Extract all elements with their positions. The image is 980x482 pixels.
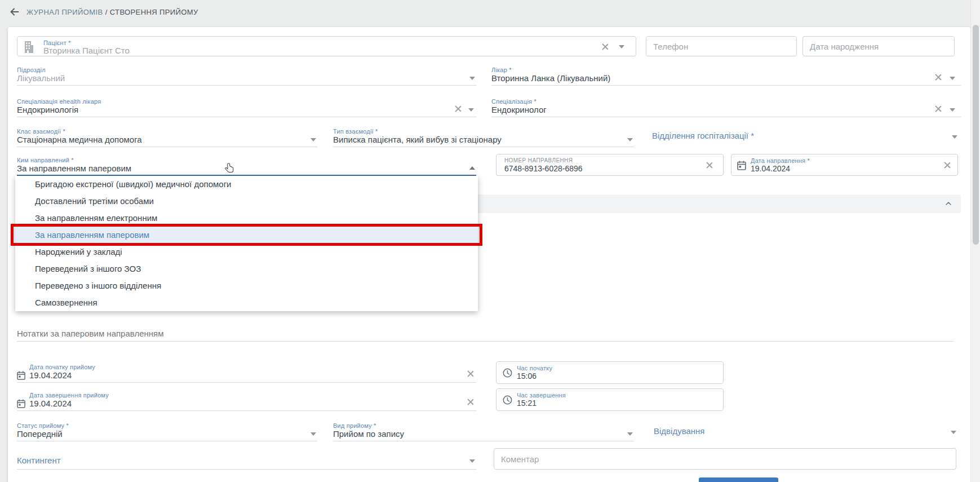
paper-referral-notes-input[interactable]	[17, 326, 954, 341]
calendar-icon	[17, 371, 25, 380]
start-date-field[interactable]: Дата початку прийому 19.04.2024	[17, 364, 476, 383]
contingent-select[interactable]: Контингент	[17, 453, 476, 470]
chevron-down-icon[interactable]	[627, 432, 633, 436]
start-date-label: Дата початку прийому	[17, 364, 476, 370]
referred-by-combobox[interactable]: Ким направлений * За направленням паперо…	[17, 157, 476, 176]
scrollbar-thumb[interactable]	[973, 25, 979, 245]
referral-date-field[interactable]: Дата направлення * 19.04.2024	[731, 154, 958, 176]
patient-select[interactable]: Пацієнт * Вторинка Пацієнт Сто	[17, 36, 636, 56]
clear-doctor-icon[interactable]	[934, 73, 942, 81]
status-value: Попередній	[17, 429, 317, 439]
calendar-icon	[17, 399, 25, 408]
interaction-type-label: Тип взаємодії *	[333, 128, 634, 135]
clear-ehealth-specialization-icon[interactable]	[454, 105, 462, 113]
calendar-icon	[737, 161, 746, 170]
chevron-down-icon[interactable]	[950, 108, 955, 112]
clear-start-date-icon[interactable]	[466, 370, 474, 378]
clear-patient-icon[interactable]	[601, 43, 609, 51]
clear-referral-date-icon[interactable]	[943, 161, 951, 169]
clock-icon	[503, 395, 512, 405]
dropdown-option[interactable]: Самозвернення	[15, 294, 478, 311]
chevron-down-icon[interactable]	[469, 77, 475, 80]
doctor-label: Лікар *	[491, 67, 961, 73]
referred-by-label: Ким направлений *	[17, 157, 476, 163]
scrollbar-track[interactable]	[970, 0, 980, 482]
comment-field[interactable]	[494, 448, 956, 470]
appointment-form-card: Пацієнт * Вторинка Пацієнт Сто Підрозділ…	[8, 27, 970, 482]
breadcrumb-parent-link[interactable]: ЖУРНАЛ ПРИЙОМІВ	[26, 8, 103, 16]
building-icon	[23, 41, 34, 53]
end-time-value: 15:21	[517, 399, 536, 408]
chevron-up-icon[interactable]	[944, 199, 953, 208]
status-label: Статус прийому *	[17, 422, 317, 429]
start-time-field[interactable]: Час початку 15:06	[496, 361, 724, 384]
clear-referral-number-icon[interactable]	[705, 161, 713, 169]
referral-number-label: НОМЕР НАПРАВЛЕННЯ	[504, 157, 573, 163]
status-select[interactable]: Статус прийому * Попередній	[17, 422, 317, 441]
chevron-up-icon[interactable]	[469, 166, 475, 170]
interaction-class-value: Стаціонарна медична допомога	[17, 135, 317, 145]
ehealth-specialization-label: Спеціалізація ehealth лікаря	[17, 98, 476, 105]
interaction-type-value: Виписка пацієнта, який вибув зі стаціона…	[333, 135, 634, 145]
department-select[interactable]: Підрозділ Лікувальний	[17, 67, 476, 86]
interaction-class-select[interactable]: Клас взаємодії * Стаціонарна медична доп…	[17, 128, 317, 147]
attendance-select[interactable]: Відвідування	[654, 426, 961, 441]
visit-type-label: Вид прийому *	[333, 422, 634, 429]
start-time-value: 15:06	[517, 372, 536, 381]
specialization-label: Спеціалізація *	[491, 98, 961, 105]
comment-input[interactable]	[494, 449, 956, 469]
doctor-value: Вторинна Ланка (Лікувальний)	[491, 73, 961, 83]
start-time-label: Час початку	[517, 365, 552, 372]
chevron-down-icon[interactable]	[951, 431, 956, 434]
end-date-field[interactable]: Дата завершення прийому 19.04.2024	[17, 392, 476, 411]
end-time-field[interactable]: Час завершення 15:21	[496, 388, 724, 411]
phone-field[interactable]	[646, 36, 797, 56]
referred-by-dropdown: Бригадою екстреної (швидкої) медичної до…	[15, 176, 478, 311]
contingent-label: Контингент	[17, 456, 61, 465]
birth-date-field[interactable]	[802, 36, 955, 56]
paper-referral-notes-field[interactable]	[17, 326, 954, 342]
dropdown-option-selected[interactable]: За направленням паперовим	[15, 227, 478, 244]
chevron-down-icon[interactable]	[311, 432, 316, 436]
referral-number-field[interactable]: НОМЕР НАПРАВЛЕННЯ 6748-8913-6028-6896	[496, 154, 724, 176]
phone-input[interactable]	[646, 37, 796, 56]
referral-date-label: Дата направлення *	[751, 157, 810, 164]
chevron-down-icon[interactable]	[311, 138, 316, 141]
chevron-down-icon[interactable]	[619, 45, 624, 48]
visit-type-select[interactable]: Вид прийому * Прийом по запису	[333, 422, 634, 441]
interaction-class-label: Клас взаємодії *	[17, 128, 317, 135]
dropdown-option[interactable]: За направленням електронним	[15, 210, 478, 227]
dropdown-option[interactable]: Народжений у закладі	[15, 244, 478, 260]
hospitalization-department-label: Відділення госпіталізації *	[652, 131, 754, 140]
dropdown-option[interactable]: Доставлений третіми особами	[15, 193, 478, 210]
breadcrumb: ЖУРНАЛ ПРИЙОМІВ / СТВОРЕННЯ ПРИЙОМУ	[26, 8, 198, 16]
clock-icon	[503, 368, 512, 378]
back-arrow-icon[interactable]	[8, 6, 21, 18]
interaction-type-select[interactable]: Тип взаємодії * Виписка пацієнта, який в…	[333, 128, 634, 147]
ehealth-specialization-value: Ендокринологія	[17, 105, 476, 115]
patient-value: Вторинка Пацієнт Сто	[43, 46, 130, 56]
dropdown-option[interactable]: Бригадою екстреної (швидкої) медичної до…	[15, 176, 478, 193]
chevron-down-icon[interactable]	[952, 135, 957, 139]
save-button-partial[interactable]	[699, 477, 778, 482]
hospitalization-department-select[interactable]: Відділення госпіталізації *	[652, 131, 961, 145]
birth-date-input[interactable]	[803, 37, 954, 56]
clear-end-date-icon[interactable]	[466, 398, 474, 406]
breadcrumb-current: СТВОРЕННЯ ПРИЙОМУ	[110, 8, 198, 16]
referral-number-value: 6748-8913-6028-6896	[504, 164, 583, 173]
chevron-down-icon[interactable]	[468, 108, 474, 112]
specialization-select[interactable]: Спеціалізація * Ендокринолог	[491, 98, 961, 117]
start-date-value: 19.04.2024	[17, 370, 476, 381]
clear-specialization-icon[interactable]	[934, 105, 942, 113]
breadcrumb-separator: /	[105, 8, 110, 16]
dropdown-option[interactable]: Переведено з іншого відділення	[15, 277, 478, 294]
chevron-down-icon[interactable]	[627, 138, 633, 141]
chevron-down-icon[interactable]	[469, 459, 475, 463]
visit-type-value: Прийом по запису	[333, 429, 634, 439]
end-time-label: Час завершення	[517, 392, 566, 399]
referred-by-value: За направленням паперовим	[17, 163, 476, 174]
chevron-down-icon[interactable]	[950, 77, 955, 80]
ehealth-specialization-select[interactable]: Спеціалізація ehealth лікаря Ендокриноло…	[17, 98, 476, 117]
dropdown-option[interactable]: Переведений з іншого ЗОЗ	[15, 260, 478, 277]
doctor-select[interactable]: Лікар * Вторинна Ланка (Лікувальний)	[491, 67, 961, 86]
